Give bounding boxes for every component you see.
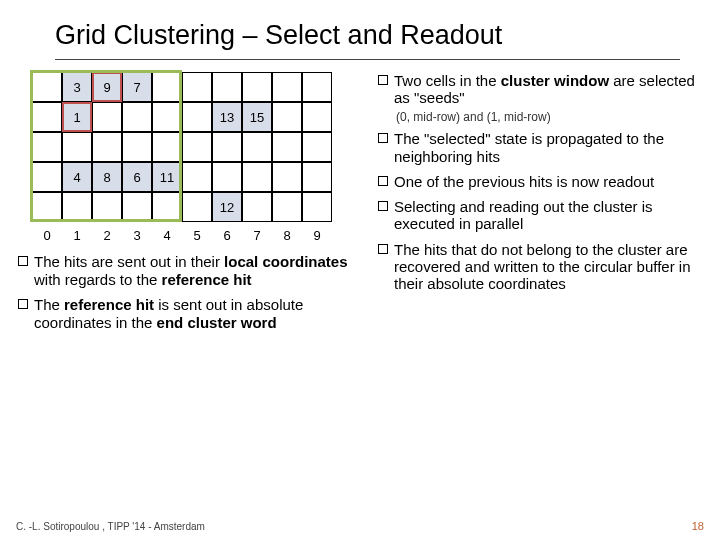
checkbox-icon [18,256,28,266]
bullet-text: The reference hit is sent out in absolut… [34,296,378,331]
grid-cell-value: 3 [62,72,92,102]
grid-cell-value: 6 [122,162,152,192]
grid-cell [242,72,272,102]
grid-cell [32,132,62,162]
bullet-subtext: (0, mid-row) and (1, mid-row) [396,111,698,125]
grid-cell [32,102,62,132]
bullet-item: One of the previous hits is now readout [378,173,698,190]
grid-cell [32,72,62,102]
grid-cell [92,192,122,222]
grid-cell [272,132,302,162]
bullet-item: Two cells in the cluster window are sele… [378,72,698,107]
column-label: 0 [32,228,62,243]
grid-cell [152,72,182,102]
grid-cell [302,102,332,132]
grid-cell [152,192,182,222]
grid-cell [242,192,272,222]
grid-cell [302,192,332,222]
grid-cell [122,192,152,222]
grid-cell [272,72,302,102]
grid-cell [242,162,272,192]
checkbox-icon [378,133,388,143]
column-label: 3 [122,228,152,243]
grid-cell [302,132,332,162]
checkbox-icon [378,244,388,254]
grid-cell [92,102,122,132]
grid-cell-value: 7 [122,72,152,102]
grid-cell [302,72,332,102]
grid-cell-value: 12 [212,192,242,222]
bullet-item: Selecting and reading out the cluster is… [378,198,698,233]
column-label: 9 [302,228,332,243]
checkbox-icon [378,201,388,211]
left-column: 397113154861112 0123456789 The hits are … [18,72,378,340]
grid-cell-value: 11 [152,162,182,192]
footer-citation: C. -L. Sotiropoulou , TIPP '14 - Amsterd… [16,521,205,532]
grid-cell [122,102,152,132]
grid-cell [182,192,212,222]
bullet-text: One of the previous hits is now readout [394,173,654,190]
grid-cell [62,192,92,222]
grid-cell-value: 1 [62,102,92,132]
column-label: 4 [152,228,182,243]
content-area: 397113154861112 0123456789 The hits are … [0,72,720,340]
grid-cell [92,132,122,162]
grid-cell [272,192,302,222]
grid-cell-value: 9 [92,72,122,102]
grid-cell [272,102,302,132]
checkbox-icon [378,176,388,186]
column-labels: 0123456789 [32,228,378,243]
cluster-grid: 397113154861112 [32,72,332,222]
grid-cell-value: 15 [242,102,272,132]
grid-cell [32,162,62,192]
grid-cell [152,102,182,132]
column-label: 1 [62,228,92,243]
page-number: 18 [692,520,704,532]
grid-cell [152,132,182,162]
bullet-item: The "selected" state is propagated to th… [378,130,698,165]
column-label: 5 [182,228,212,243]
column-label: 6 [212,228,242,243]
grid-cell [212,162,242,192]
left-bullets: The hits are sent out in their local coo… [18,253,378,332]
grid-cell [212,72,242,102]
grid-cell [182,132,212,162]
grid-cell [272,162,302,192]
slide-title: Grid Clustering – Select and Readout [55,20,700,51]
grid-cell [212,132,242,162]
grid-cell [242,132,272,162]
grid-cell-value: 8 [92,162,122,192]
checkbox-icon [18,299,28,309]
grid-cell [182,162,212,192]
bullet-text: The hits are sent out in their local coo… [34,253,378,288]
grid-cell-value: 4 [62,162,92,192]
checkbox-icon [378,75,388,85]
grid-cell [302,162,332,192]
bullet-item: The reference hit is sent out in absolut… [18,296,378,331]
grid-cell [62,132,92,162]
column-label: 8 [272,228,302,243]
bullet-text: The "selected" state is propagated to th… [394,130,698,165]
grid-cell [182,102,212,132]
grid-cell [182,72,212,102]
grid-cell [32,192,62,222]
grid-cell [122,132,152,162]
title-underline [55,59,680,60]
bullet-item: The hits that do not belong to the clust… [378,241,698,293]
grid-cell-value: 13 [212,102,242,132]
column-label: 7 [242,228,272,243]
bullet-item: The hits are sent out in their local coo… [18,253,378,288]
column-label: 2 [92,228,122,243]
right-bullets: Two cells in the cluster window are sele… [378,72,698,340]
bullet-text: The hits that do not belong to the clust… [394,241,698,293]
bullet-text: Selecting and reading out the cluster is… [394,198,698,233]
bullet-text: Two cells in the cluster window are sele… [394,72,698,107]
